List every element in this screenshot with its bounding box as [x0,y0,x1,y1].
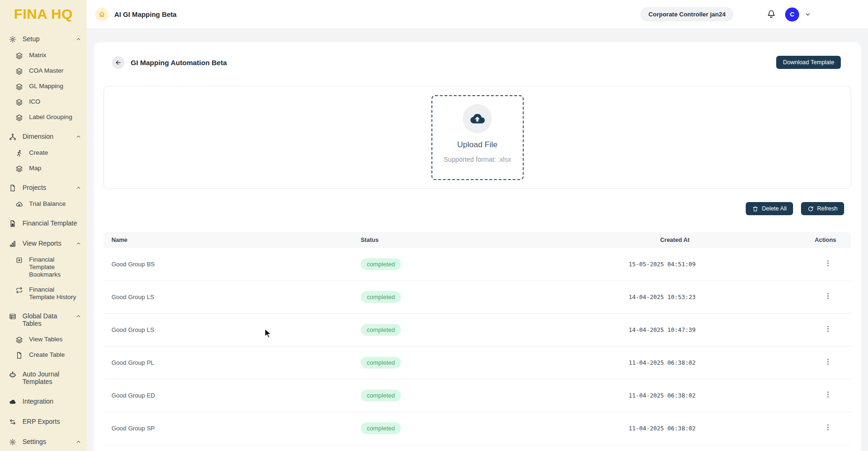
delete-all-label: Delete All [762,205,786,212]
sidebar-item-label: Projects [22,184,46,191]
sidebar-item-label: Label Grouping [29,113,72,121]
sidebar-item-label: Create Table [29,351,65,359]
status-badge: completed [361,422,401,434]
sidebar-item-view-tables[interactable]: View Tables [0,332,87,347]
bookmark-box-icon [15,256,23,264]
row-status: completed [361,258,492,270]
row-actions-menu[interactable] [824,325,832,333]
row-actions-menu[interactable] [824,358,832,366]
sidebar-item-label: Integration [22,398,53,405]
chevron-up-icon [76,35,81,42]
row-status: completed [361,357,492,368]
delete-all-button[interactable]: Delete All [746,202,793,215]
row-created-at: 15-05-2025 04:51:09 [492,261,696,268]
layers-icon [15,336,23,344]
swap-arrows-icon [9,418,16,426]
chevron-up-icon [76,240,81,246]
row-name: Good Group ED [104,392,361,399]
sidebar-item-settings[interactable]: Settings [0,433,87,451]
upload-hint: Supported format: .xlsx [444,156,511,163]
sidebar-item-label: ICO [29,98,40,105]
trash-icon [752,206,758,212]
sidebar-item-label: GL Mapping [29,83,63,90]
sidebar-item-label: Financial Template Bookmarks [29,256,81,278]
run-icon [15,150,23,157]
sidebar-item-label: Auto Journal Templates [22,370,81,385]
layers-icon [15,114,23,121]
sidebar-item-label: View Reports [22,240,61,247]
sidebar-item-financial-template-history[interactable]: Financial Template History [0,282,87,305]
sidebar-item-setup[interactable]: Setup [0,30,87,48]
notification-bell-icon[interactable] [766,9,776,19]
chevron-up-icon [76,438,81,444]
sidebar-item-dimension[interactable]: Dimension [0,128,87,145]
sidebar-item-view-reports[interactable]: View Reports [0,235,87,252]
row-created-at: 14-04-2025 10:53:23 [492,293,696,301]
upload-panel: Upload File Supported format: .xlsx [104,86,851,189]
sidebar-item-map[interactable]: Map [0,161,87,176]
avatar[interactable]: C [785,8,799,22]
row-name: Good Group BS [104,261,361,268]
row-status: completed [361,422,492,434]
gear-icon [9,438,16,446]
topbar: AI GI Mapping Beta Corporate Controller … [87,0,868,29]
upload-dropzone[interactable]: Upload File Supported format: .xlsx [431,95,524,180]
download-template-button[interactable]: Download Template [776,56,841,69]
row-actions [696,325,851,335]
table-row: Good Group ED completed 11-04-2025 06:38… [104,379,851,412]
sidebar-item-gl-mapping[interactable]: GL Mapping [0,79,87,94]
sidebar-item-erp-exports[interactable]: ERP Exports [0,413,87,430]
row-actions-menu[interactable] [824,259,832,267]
sidebar-item-label: Create [29,149,48,157]
row-actions [696,292,851,302]
sidebar-item-create-table[interactable]: Create Table [0,347,87,363]
sidebar: FINA HQ Setup Matrix COA Master GL Mappi… [0,0,87,451]
row-actions-menu[interactable] [824,423,832,431]
sidebar-item-create[interactable]: Create [0,145,87,161]
table-header-row: Name Status Created At Actions [104,232,851,248]
upload-title: Upload File [457,140,497,150]
sidebar-item-label: View Tables [29,336,63,343]
history-icon [15,286,23,294]
table-row: Good Group LS completed 14-04-2025 10:47… [104,314,851,346]
sidebar-item-label-grouping[interactable]: Label Grouping [0,110,87,125]
status-badge: completed [361,324,401,336]
sidebar-item-label: Dimension [22,133,53,140]
row-status: completed [361,324,492,336]
sidebar-item-financial-template[interactable]: Financial Template [0,215,87,232]
status-badge: completed [361,357,401,368]
layers-icon [15,68,23,75]
section-title: GI Mapping Automation Beta [131,59,227,67]
sidebar-item-integration[interactable]: Integration [0,393,87,410]
sidebar-item-global-data-tables[interactable]: Global Data Tables [0,308,87,332]
refresh-button[interactable]: Refresh [801,202,844,215]
sidebar-item-label: Map [29,165,41,172]
chevron-up-icon [76,312,81,319]
sidebar-item-label: Matrix [29,52,46,59]
sidebar-item-trial-balance[interactable]: Trial Balance [0,196,87,212]
sidebar-item-matrix[interactable]: Matrix [0,48,87,63]
status-badge: completed [361,258,401,270]
sidebar-item-coa-master[interactable]: COA Master [0,63,87,79]
row-actions-menu[interactable] [824,391,832,398]
sidebar-item-financial-template-bookmarks[interactable]: Financial Template Bookmarks [0,252,87,282]
sidebar-item-label: Financial Template History [29,286,81,301]
row-created-at: 11-04-2025 06:38:02 [492,392,696,399]
row-actions-menu[interactable] [824,292,832,300]
row-actions [696,358,851,368]
sidebar-nav: Setup Matrix COA Master GL Mapping ICO L… [0,26,87,451]
row-name: Good Group PL [104,359,361,366]
cloud-upload-icon [463,104,492,133]
hierarchy-icon [9,133,16,141]
table-icon [9,313,16,320]
app-logo: FINA HQ [0,0,87,26]
back-button[interactable] [112,56,125,69]
layers-icon [15,52,23,60]
sidebar-item-ico[interactable]: ICO [0,94,87,110]
column-header-name: Name [104,237,361,243]
sidebar-item-label: Financial Template [22,219,77,227]
chevron-down-icon[interactable] [805,11,811,17]
home-icon[interactable] [95,8,109,21]
sidebar-item-projects[interactable]: Projects [0,179,87,196]
sidebar-item-auto-journal-templates[interactable]: Auto Journal Templates [0,366,87,390]
